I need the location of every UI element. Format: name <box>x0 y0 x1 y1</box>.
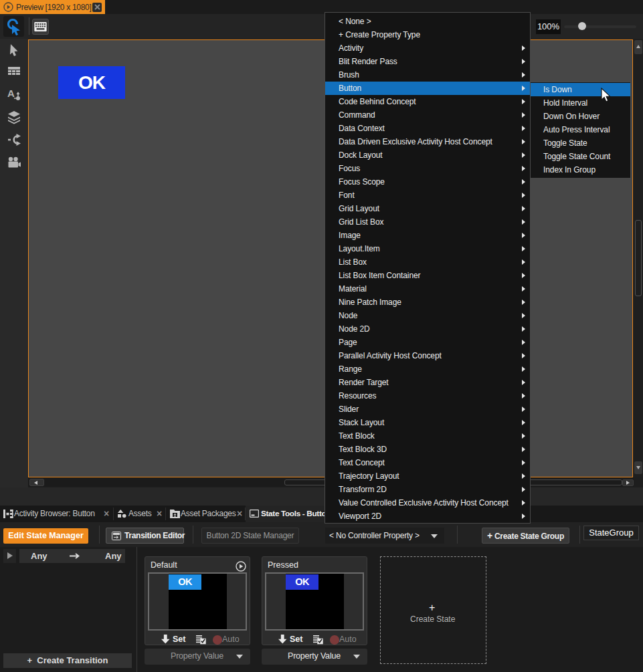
svg-text:A: A <box>7 88 15 99</box>
